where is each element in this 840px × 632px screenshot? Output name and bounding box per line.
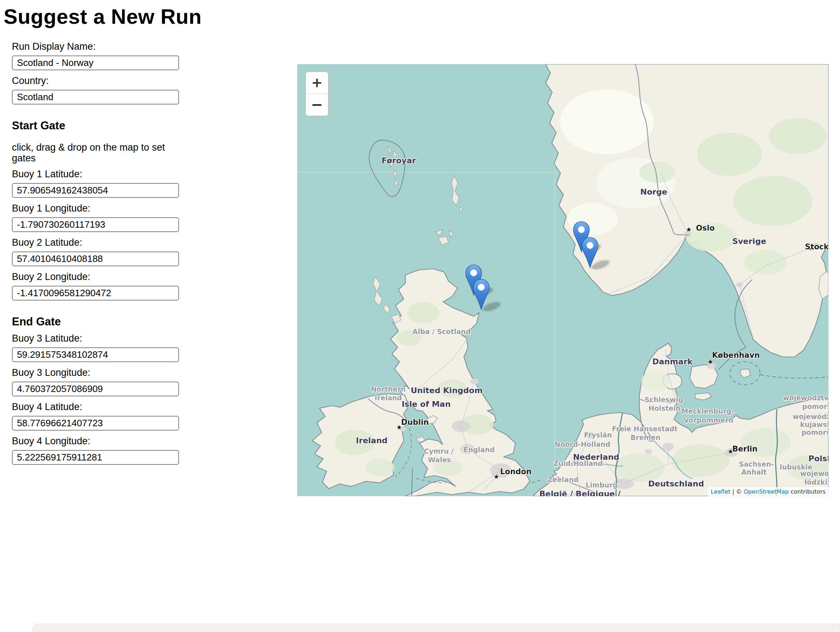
leaflet-link[interactable]: Leaflet — [711, 488, 730, 495]
map-label-dublin: Dublin — [401, 418, 429, 427]
buoy-3-latitude-input[interactable] — [12, 348, 179, 362]
zoom-in-button[interactable]: + — [306, 72, 328, 94]
map-label-bremen: Bremen — [631, 433, 661, 441]
buoy-3-longitude-label: Buoy 3 Longitude: — [12, 367, 179, 378]
map-label-limburg: Limburg — [586, 481, 618, 489]
map-label-polska: Polska — [808, 454, 829, 463]
map-label-zuid-holland: Zuid-Holland — [553, 460, 603, 467]
buoy-2-latitude-label: Buoy 2 Latitude: — [12, 237, 179, 248]
map-label-wales: Wales — [428, 456, 451, 464]
k-benhavn-star-icon: ★ — [707, 359, 713, 365]
map-label-norge: Norge — [640, 187, 667, 196]
buoy-4-longitude-label: Buoy 4 Longitude: — [12, 436, 179, 447]
map-label-london: London — [500, 467, 531, 476]
map-label-wojewod: wojewod. — [800, 469, 829, 477]
map-label-deutschland: Deutschland — [648, 479, 704, 488]
dublin-star-icon: ★ — [396, 424, 402, 431]
buoy-4-latitude-label: Buoy 4 Latitude: — [12, 401, 179, 412]
attribution-separator: | — [732, 488, 734, 495]
bottom-partial-element — [32, 624, 840, 632]
buoy-3-latitude-label: Buoy 3 Latitude: — [12, 333, 179, 344]
buoy-2-longitude-label: Buoy 2 Longitude: — [12, 271, 179, 283]
map-attribution: Leaflet | © OpenStreetMap contributors — [708, 487, 829, 496]
map-label-cymru: Cymru / — [424, 447, 454, 455]
buoy-4-latitude-input[interactable] — [12, 416, 179, 431]
map-label-f-royar: Føroyar — [382, 156, 416, 165]
buoy-2-longitude-input[interactable] — [12, 286, 179, 300]
map-label-pomorskie: pomorskie — [802, 428, 829, 436]
map-label-kujawsko: kujawsko- — [800, 420, 829, 428]
map-label-belgi-belgique: België / Belgique / — [539, 489, 620, 496]
map-label-england: England — [464, 446, 495, 453]
zoom-control: + − — [305, 71, 329, 116]
map-label-vorpommern: Vorpommern — [684, 416, 733, 424]
map-label-ireland: Ireland — [374, 394, 402, 402]
map[interactable]: FøroyarNorgeSverigeDanmarkUnited Kingdom… — [297, 64, 829, 496]
map-label-berlin: Berlin — [732, 445, 758, 453]
map-label-isle-of-man: Isle of Man — [402, 400, 451, 409]
start-gate-heading: Start Gate — [12, 120, 179, 132]
map-pin-icon — [472, 278, 503, 312]
attribution-contributors: contributors — [791, 488, 826, 495]
map-label-noord-holland: Noord-Holland — [555, 440, 611, 448]
map-label-alba-scotland: Alba / Scotland — [412, 327, 471, 335]
buoy-2-marker[interactable] — [472, 278, 503, 312]
map-label-frysl-n: Fryslân — [584, 431, 612, 439]
run-display-name-label: Run Display Name: — [12, 41, 179, 52]
form-column: Run Display Name:Country:Start Gateclick… — [12, 36, 179, 466]
end-gate-heading: End Gate — [12, 316, 179, 328]
map-pin-icon — [581, 237, 612, 270]
map-label-k-benhavn: København — [712, 351, 759, 360]
map-label-wojewodztwo: wojewodztwo — [783, 394, 829, 402]
stockholm-star-icon: ★ — [808, 245, 814, 251]
openstreetmap-link[interactable]: OpenStreetMap — [744, 488, 788, 495]
map-label-dzki: łódzki — [804, 478, 827, 486]
buoy-4-marker[interactable] — [581, 237, 612, 270]
map-label-sverige: Sverige — [732, 237, 766, 246]
map-label-sachsen: Sachsen- — [739, 460, 774, 468]
map-label-united-kingdom: United Kingdom — [411, 386, 483, 395]
buoy-1-longitude-label: Buoy 1 Longitude: — [12, 203, 179, 214]
run-display-name-input[interactable] — [12, 55, 179, 70]
attribution-copyright: © — [736, 488, 742, 495]
buoy-1-latitude-label: Buoy 1 Latitude: — [12, 169, 179, 180]
map-label-holstein: Holstein — [649, 404, 681, 412]
page-title: Suggest a New Run — [3, 4, 202, 28]
map-label-wojew-dztwo: województwo — [793, 412, 829, 420]
buoy-4-longitude-input[interactable] — [12, 450, 179, 465]
country-input[interactable] — [12, 90, 179, 104]
map-label-mecklenburg: Mecklenburg- — [682, 407, 734, 415]
map-label-nederland: Nederland — [573, 453, 619, 461]
gates-hint: click, drag & drop on the map to set gat… — [12, 142, 179, 164]
buoy-2-latitude-input[interactable] — [12, 251, 179, 266]
map-label-freie-hansestadt: Freie Hansestadt — [612, 425, 677, 433]
berlin-star-icon: ★ — [728, 448, 733, 455]
map-label-danmark: Danmark — [652, 357, 693, 366]
oslo-star-icon: ★ — [686, 226, 692, 233]
map-label-ireland: Ireland — [356, 436, 388, 445]
map-label-lubuskie: lubuskie — [780, 463, 813, 471]
map-label-anhalt: Anhalt — [741, 468, 766, 476]
buoy-1-longitude-input[interactable] — [12, 217, 179, 232]
map-label-zeeland: Zeeland — [548, 476, 578, 483]
london-star-icon: ★ — [494, 474, 499, 480]
map-label-schleswig: Schleswig — [645, 396, 683, 404]
buoy-3-longitude-input[interactable] — [12, 382, 179, 397]
map-label-oslo: Oslo — [696, 224, 715, 232]
map-label-northern: Northern — [371, 385, 406, 393]
buoy-1-latitude-input[interactable] — [12, 183, 179, 198]
country-label: Country: — [12, 75, 179, 87]
zoom-out-button[interactable]: − — [306, 94, 328, 116]
map-labels: FøroyarNorgeSverigeDanmarkUnited Kingdom… — [297, 64, 829, 496]
map-label-pomorskie: pomorskie, — [802, 403, 829, 411]
